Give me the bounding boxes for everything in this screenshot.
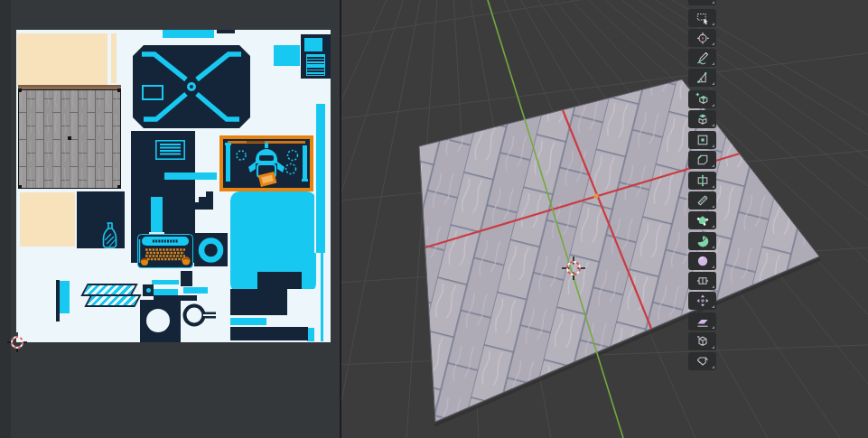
atlas-right-thin-cyan [321, 253, 323, 341]
atlas-cyan-mini [183, 287, 208, 294]
tool-poly-build[interactable] [688, 211, 716, 229]
object-origin-dot [593, 193, 598, 198]
atlas-navy-cut-b [230, 289, 287, 315]
tool-extrude-region[interactable] [688, 110, 716, 128]
annotate-icon [695, 51, 710, 65]
atlas-peach-sq2 [20, 192, 75, 247]
loop-cut-icon [695, 173, 710, 188]
atlas-cyan-vbar-left [60, 281, 70, 313]
uv-image-editor-panel[interactable] [0, 0, 341, 438]
poly-build-icon [695, 213, 710, 228]
atlas-cyan-bar-2 [154, 289, 178, 295]
tool-shrink-fatten[interactable] [688, 292, 716, 310]
atlas-steps-3 [206, 191, 213, 210]
spin-icon [695, 234, 710, 248]
inset-faces-icon [695, 133, 710, 147]
tool-knife[interactable] [688, 191, 716, 210]
atlas-navy-row [230, 327, 308, 340]
extrude-region-icon [695, 112, 710, 126]
select-box-icon [695, 11, 710, 25]
tool-tweak[interactable] [688, 0, 716, 5]
tool-smooth[interactable] [688, 252, 716, 270]
tool-add-cube[interactable] [688, 90, 716, 108]
shrink-fatten-icon [695, 294, 710, 308]
atlas-navy-cut-a [257, 272, 302, 290]
tool-bevel[interactable] [688, 151, 716, 169]
atlas-peach-block [17, 33, 107, 86]
edge-slide-icon [695, 274, 710, 288]
smooth-icon [695, 254, 710, 268]
tool-cursor[interactable] [688, 29, 716, 47]
3d-viewport-canvas[interactable] [341, 0, 868, 438]
texture-atlas-image [16, 30, 331, 342]
tool-rip-edge[interactable] [688, 352, 716, 370]
atlas-vent-grille [155, 140, 185, 160]
pivot-dot [68, 136, 71, 140]
atlas-white-cut [287, 289, 315, 328]
tool-spin[interactable] [688, 232, 716, 250]
atlas-navy-top-sliver [217, 30, 235, 33]
atlas-hazard-stripe-2 [84, 294, 141, 307]
atlas-cyan-hbar [164, 172, 217, 180]
measure-icon [695, 70, 710, 85]
atlas-wood-square[interactable] [18, 85, 121, 189]
tool-edge-slide[interactable] [688, 272, 716, 290]
tool-measure[interactable] [688, 69, 716, 87]
atlas-steps-2 [199, 197, 206, 210]
uv-2d-cursor [7, 332, 27, 352]
atlas-navy-sq-dot [143, 284, 154, 296]
atlas-magnifier-block [140, 300, 221, 342]
tool-select-box[interactable] [688, 9, 716, 27]
knife-icon [695, 193, 710, 208]
atlas-right-cyan-strip [316, 104, 325, 253]
atlas-peach-sliver [111, 33, 117, 83]
atlas-cyan-block-mid [274, 45, 300, 66]
atlas-robot-panel [219, 135, 313, 191]
bevel-icon [695, 153, 710, 167]
blender-window [0, 0, 868, 438]
atlas-vent-b [306, 65, 325, 76]
tool-rip-region[interactable] [688, 332, 716, 350]
add-cube-icon [695, 92, 710, 107]
tool-loop-cut[interactable] [688, 172, 716, 190]
cursor-icon [695, 31, 710, 45]
tool-annotate[interactable] [688, 49, 716, 67]
atlas-flask-icon [100, 222, 119, 249]
shear-icon [695, 314, 710, 329]
editor-left-edge [0, 0, 11, 438]
rip-edge-icon [695, 354, 710, 368]
atlas-cyan-strip-b [230, 318, 266, 325]
tool-shear[interactable] [688, 312, 716, 331]
atlas-xcross-panel [133, 45, 250, 128]
tool-inset-faces[interactable] [688, 131, 716, 149]
atlas-ring-block [194, 233, 228, 266]
tweak-icon [695, 0, 710, 4]
atlas-cyan-chip [304, 38, 322, 51]
atlas-navy-mini [181, 271, 192, 286]
atlas-white-sep [314, 191, 316, 253]
atlas-keyboard-panel [137, 234, 193, 268]
atlas-cyan-vbar [151, 197, 163, 232]
rip-region-icon [695, 334, 710, 349]
3d-viewport-panel[interactable] [341, 0, 868, 438]
viewport-toolbar [687, 0, 717, 438]
atlas-cyan-top-strip [163, 30, 214, 38]
atlas-steps-1 [191, 202, 199, 210]
atlas-vent-a [306, 54, 325, 65]
atlas-cyan-bar-1 [152, 280, 179, 284]
